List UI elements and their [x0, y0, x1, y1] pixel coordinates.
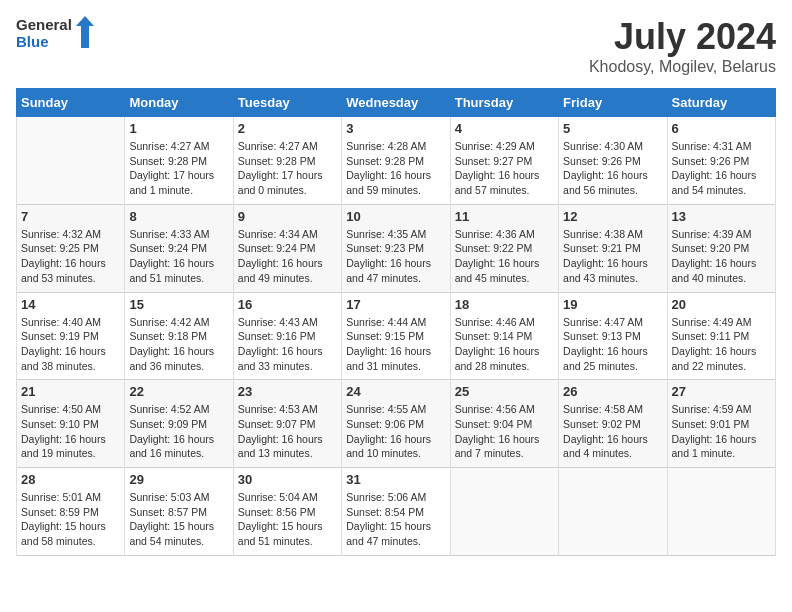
- day-number: 30: [238, 472, 337, 487]
- cell-info: Sunrise: 4:46 AMSunset: 9:14 PMDaylight:…: [455, 315, 554, 374]
- day-number: 6: [672, 121, 771, 136]
- day-number: 28: [21, 472, 120, 487]
- calendar-cell: 5Sunrise: 4:30 AMSunset: 9:26 PMDaylight…: [559, 117, 667, 205]
- calendar-weekday-header: Friday: [559, 89, 667, 117]
- day-number: 17: [346, 297, 445, 312]
- calendar-cell: 4Sunrise: 4:29 AMSunset: 9:27 PMDaylight…: [450, 117, 558, 205]
- cell-info: Sunrise: 4:58 AMSunset: 9:02 PMDaylight:…: [563, 402, 662, 461]
- calendar-cell: 10Sunrise: 4:35 AMSunset: 9:23 PMDayligh…: [342, 204, 450, 292]
- page-header: General Blue July 2024 Khodosy, Mogilev,…: [16, 16, 776, 76]
- cell-info: Sunrise: 4:30 AMSunset: 9:26 PMDaylight:…: [563, 139, 662, 198]
- calendar-cell: 22Sunrise: 4:52 AMSunset: 9:09 PMDayligh…: [125, 380, 233, 468]
- day-number: 27: [672, 384, 771, 399]
- calendar-cell: 2Sunrise: 4:27 AMSunset: 9:28 PMDaylight…: [233, 117, 341, 205]
- calendar-cell: 1Sunrise: 4:27 AMSunset: 9:28 PMDaylight…: [125, 117, 233, 205]
- calendar-cell: 13Sunrise: 4:39 AMSunset: 9:20 PMDayligh…: [667, 204, 775, 292]
- day-number: 24: [346, 384, 445, 399]
- day-number: 11: [455, 209, 554, 224]
- calendar-cell: 23Sunrise: 4:53 AMSunset: 9:07 PMDayligh…: [233, 380, 341, 468]
- cell-info: Sunrise: 4:40 AMSunset: 9:19 PMDaylight:…: [21, 315, 120, 374]
- day-number: 16: [238, 297, 337, 312]
- cell-info: Sunrise: 4:35 AMSunset: 9:23 PMDaylight:…: [346, 227, 445, 286]
- day-number: 9: [238, 209, 337, 224]
- calendar-cell: 18Sunrise: 4:46 AMSunset: 9:14 PMDayligh…: [450, 292, 558, 380]
- cell-info: Sunrise: 4:50 AMSunset: 9:10 PMDaylight:…: [21, 402, 120, 461]
- calendar-cell: 19Sunrise: 4:47 AMSunset: 9:13 PMDayligh…: [559, 292, 667, 380]
- cell-info: Sunrise: 4:55 AMSunset: 9:06 PMDaylight:…: [346, 402, 445, 461]
- calendar-cell: [17, 117, 125, 205]
- cell-info: Sunrise: 4:43 AMSunset: 9:16 PMDaylight:…: [238, 315, 337, 374]
- cell-info: Sunrise: 4:27 AMSunset: 9:28 PMDaylight:…: [238, 139, 337, 198]
- cell-info: Sunrise: 4:49 AMSunset: 9:11 PMDaylight:…: [672, 315, 771, 374]
- calendar-header-row: SundayMondayTuesdayWednesdayThursdayFrid…: [17, 89, 776, 117]
- cell-info: Sunrise: 5:03 AMSunset: 8:57 PMDaylight:…: [129, 490, 228, 549]
- cell-info: Sunrise: 4:56 AMSunset: 9:04 PMDaylight:…: [455, 402, 554, 461]
- calendar-cell: [559, 468, 667, 556]
- month-title: July 2024: [589, 16, 776, 58]
- cell-info: Sunrise: 4:31 AMSunset: 9:26 PMDaylight:…: [672, 139, 771, 198]
- calendar-cell: 30Sunrise: 5:04 AMSunset: 8:56 PMDayligh…: [233, 468, 341, 556]
- day-number: 25: [455, 384, 554, 399]
- day-number: 4: [455, 121, 554, 136]
- day-number: 21: [21, 384, 120, 399]
- calendar-cell: 17Sunrise: 4:44 AMSunset: 9:15 PMDayligh…: [342, 292, 450, 380]
- day-number: 15: [129, 297, 228, 312]
- calendar-cell: 8Sunrise: 4:33 AMSunset: 9:24 PMDaylight…: [125, 204, 233, 292]
- calendar-cell: 3Sunrise: 4:28 AMSunset: 9:28 PMDaylight…: [342, 117, 450, 205]
- calendar-weekday-header: Tuesday: [233, 89, 341, 117]
- cell-info: Sunrise: 5:06 AMSunset: 8:54 PMDaylight:…: [346, 490, 445, 549]
- calendar-cell: [667, 468, 775, 556]
- calendar-cell: 6Sunrise: 4:31 AMSunset: 9:26 PMDaylight…: [667, 117, 775, 205]
- calendar-cell: 15Sunrise: 4:42 AMSunset: 9:18 PMDayligh…: [125, 292, 233, 380]
- cell-info: Sunrise: 4:52 AMSunset: 9:09 PMDaylight:…: [129, 402, 228, 461]
- cell-info: Sunrise: 4:36 AMSunset: 9:22 PMDaylight:…: [455, 227, 554, 286]
- cell-info: Sunrise: 4:33 AMSunset: 9:24 PMDaylight:…: [129, 227, 228, 286]
- day-number: 7: [21, 209, 120, 224]
- cell-info: Sunrise: 4:27 AMSunset: 9:28 PMDaylight:…: [129, 139, 228, 198]
- calendar-weekday-header: Wednesday: [342, 89, 450, 117]
- calendar-cell: 29Sunrise: 5:03 AMSunset: 8:57 PMDayligh…: [125, 468, 233, 556]
- day-number: 19: [563, 297, 662, 312]
- calendar-week-row: 7Sunrise: 4:32 AMSunset: 9:25 PMDaylight…: [17, 204, 776, 292]
- calendar-cell: 27Sunrise: 4:59 AMSunset: 9:01 PMDayligh…: [667, 380, 775, 468]
- day-number: 18: [455, 297, 554, 312]
- day-number: 1: [129, 121, 228, 136]
- cell-info: Sunrise: 4:28 AMSunset: 9:28 PMDaylight:…: [346, 139, 445, 198]
- calendar-cell: 21Sunrise: 4:50 AMSunset: 9:10 PMDayligh…: [17, 380, 125, 468]
- calendar-cell: 12Sunrise: 4:38 AMSunset: 9:21 PMDayligh…: [559, 204, 667, 292]
- calendar-weekday-header: Monday: [125, 89, 233, 117]
- calendar-cell: 16Sunrise: 4:43 AMSunset: 9:16 PMDayligh…: [233, 292, 341, 380]
- day-number: 13: [672, 209, 771, 224]
- calendar-weekday-header: Thursday: [450, 89, 558, 117]
- cell-info: Sunrise: 4:34 AMSunset: 9:24 PMDaylight:…: [238, 227, 337, 286]
- cell-info: Sunrise: 4:39 AMSunset: 9:20 PMDaylight:…: [672, 227, 771, 286]
- cell-info: Sunrise: 4:29 AMSunset: 9:27 PMDaylight:…: [455, 139, 554, 198]
- calendar-cell: [450, 468, 558, 556]
- title-block: July 2024 Khodosy, Mogilev, Belarus: [589, 16, 776, 76]
- calendar-cell: 9Sunrise: 4:34 AMSunset: 9:24 PMDaylight…: [233, 204, 341, 292]
- calendar-table: SundayMondayTuesdayWednesdayThursdayFrid…: [16, 88, 776, 556]
- calendar-weekday-header: Sunday: [17, 89, 125, 117]
- day-number: 20: [672, 297, 771, 312]
- day-number: 3: [346, 121, 445, 136]
- cell-info: Sunrise: 4:44 AMSunset: 9:15 PMDaylight:…: [346, 315, 445, 374]
- cell-info: Sunrise: 4:42 AMSunset: 9:18 PMDaylight:…: [129, 315, 228, 374]
- cell-info: Sunrise: 4:59 AMSunset: 9:01 PMDaylight:…: [672, 402, 771, 461]
- day-number: 22: [129, 384, 228, 399]
- location-title: Khodosy, Mogilev, Belarus: [589, 58, 776, 76]
- cell-info: Sunrise: 5:01 AMSunset: 8:59 PMDaylight:…: [21, 490, 120, 549]
- cell-info: Sunrise: 5:04 AMSunset: 8:56 PMDaylight:…: [238, 490, 337, 549]
- calendar-cell: 24Sunrise: 4:55 AMSunset: 9:06 PMDayligh…: [342, 380, 450, 468]
- cell-info: Sunrise: 4:38 AMSunset: 9:21 PMDaylight:…: [563, 227, 662, 286]
- calendar-week-row: 1Sunrise: 4:27 AMSunset: 9:28 PMDaylight…: [17, 117, 776, 205]
- calendar-cell: 14Sunrise: 4:40 AMSunset: 9:19 PMDayligh…: [17, 292, 125, 380]
- calendar-week-row: 21Sunrise: 4:50 AMSunset: 9:10 PMDayligh…: [17, 380, 776, 468]
- day-number: 5: [563, 121, 662, 136]
- cell-info: Sunrise: 4:53 AMSunset: 9:07 PMDaylight:…: [238, 402, 337, 461]
- svg-marker-0: [76, 16, 94, 48]
- logo: General Blue: [16, 16, 94, 51]
- calendar-week-row: 14Sunrise: 4:40 AMSunset: 9:19 PMDayligh…: [17, 292, 776, 380]
- day-number: 2: [238, 121, 337, 136]
- calendar-week-row: 28Sunrise: 5:01 AMSunset: 8:59 PMDayligh…: [17, 468, 776, 556]
- day-number: 14: [21, 297, 120, 312]
